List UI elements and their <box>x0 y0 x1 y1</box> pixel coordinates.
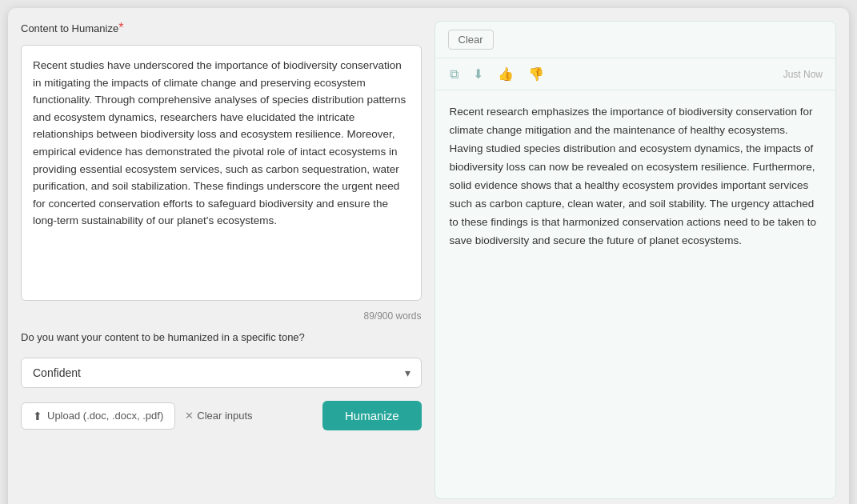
humanize-button[interactable]: Humanize <box>322 401 422 430</box>
result-text: Recent research emphasizes the importanc… <box>435 90 836 498</box>
right-toolbar: ⧉ ⬇ 👍 👎 Just Now <box>435 58 836 90</box>
required-star: * <box>118 21 123 34</box>
upload-label: Upload (.doc, .docx, .pdf) <box>47 410 163 422</box>
tone-select-wrapper: Confident Formal Casual Friendly Profess… <box>21 358 422 388</box>
clear-inputs-label: Clear inputs <box>197 410 252 422</box>
word-count: 89/900 words <box>21 310 422 322</box>
upload-button[interactable]: ⬆ Upload (.doc, .docx, .pdf) <box>21 402 175 430</box>
content-label: Content to Humanize <box>21 22 118 34</box>
copy-icon[interactable]: ⧉ <box>448 66 460 83</box>
upload-icon: ⬆ <box>33 410 42 422</box>
x-icon: ✕ <box>185 410 194 422</box>
tone-select[interactable]: Confident Formal Casual Friendly Profess… <box>21 358 422 388</box>
clear-inputs-button[interactable]: ✕ Clear inputs <box>185 410 252 422</box>
tone-question: Do you want your content to be humanized… <box>21 331 422 343</box>
download-icon[interactable]: ⬇ <box>471 65 485 83</box>
bottom-actions: ⬆ Upload (.doc, .docx, .pdf) ✕ Clear inp… <box>21 401 422 430</box>
clear-button[interactable]: Clear <box>448 30 494 50</box>
content-textarea[interactable] <box>21 45 422 301</box>
left-panel: Content to Humanize* 89/900 words Do you… <box>21 21 422 499</box>
right-panel: Clear ⧉ ⬇ 👍 👎 Just Now Recent research e… <box>435 21 837 499</box>
timestamp: Just Now <box>783 69 823 80</box>
thumbup-icon[interactable]: 👍 <box>496 65 515 83</box>
main-container: Content to Humanize* 89/900 words Do you… <box>8 8 849 504</box>
thumbdown-icon[interactable]: 👎 <box>527 65 546 83</box>
right-header: Clear <box>435 22 836 58</box>
content-label-wrapper: Content to Humanize* <box>21 21 422 35</box>
